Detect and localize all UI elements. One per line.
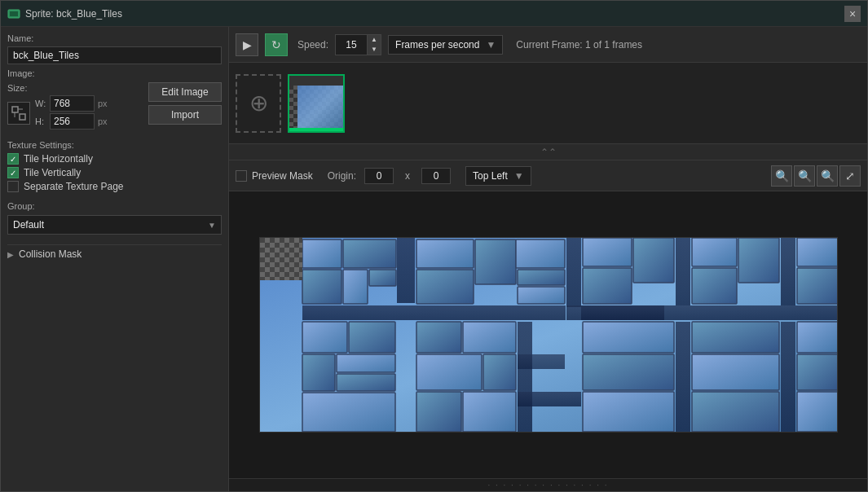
origin-label: Origin: [328,170,356,182]
origin-x-input[interactable] [364,168,394,184]
svg-rect-3 [20,114,25,120]
svg-rect-43 [797,238,838,266]
size-row: Size: [7,82,222,130]
height-unit: px [98,116,108,126]
speed-input-wrap: ▲ ▼ [335,34,381,55]
image-canvas [259,237,838,433]
svg-rect-41 [692,268,737,304]
preview-mask-wrap: Preview Mask [236,170,313,182]
play-icon: ▶ [243,38,252,51]
name-field-row: Name: [7,33,222,64]
zoom-in-button[interactable]: 🔍 [817,165,838,187]
svg-rect-36 [633,238,674,283]
zoom-out-button[interactable]: 🔍 [771,165,792,187]
fps-label: Frames per second [395,39,479,51]
svg-rect-11 [369,270,396,286]
svg-rect-16 [302,354,335,391]
tile-h-row[interactable]: Tile Horizontally [7,153,222,165]
svg-rect-56 [797,392,838,432]
collision-mask-row[interactable]: ▶ Collision Mask [7,244,222,263]
width-input[interactable] [50,95,95,112]
sep-texture-row[interactable]: Separate Texture Page [7,181,222,192]
svg-rect-48 [692,322,779,353]
speed-input[interactable] [335,34,368,55]
svg-rect-24 [518,270,565,285]
preview-toolbar: Preview Mask Origin: x Top Left ▼ 🔍 🔍 [229,160,867,191]
current-frame-label: Current Frame: 1 of 1 frames [516,39,642,51]
svg-rect-57 [518,322,532,432]
svg-rect-8 [343,239,396,268]
import-button[interactable]: Import [148,105,222,125]
origin-separator: x [405,170,410,182]
size-fields: W: px H: px [35,95,108,130]
svg-rect-21 [475,239,516,284]
add-icon: ⊕ [249,90,268,116]
svg-rect-47 [676,322,690,432]
zoom-in-icon: 🔍 [821,169,835,182]
transparency-checker [260,238,302,280]
fps-dropdown[interactable]: Frames per second ▼ [388,35,503,55]
frame-thumbnail[interactable] [288,74,345,133]
play-button[interactable]: ▶ [236,33,258,56]
svg-rect-2 [12,107,18,112]
svg-rect-53 [797,354,838,390]
svg-rect-19 [302,393,395,432]
add-frame-button[interactable]: ⊕ [236,74,281,133]
statusbar-dots: · · · · · · · · · · · · · · · · [487,481,608,490]
svg-rect-18 [337,374,395,391]
svg-rect-10 [343,270,368,304]
group-dropdown[interactable]: Default ▼ [7,215,222,235]
svg-rect-29 [416,322,461,353]
image-label: Image: [7,68,35,78]
window-title: Sprite: bck_Blue_Tiles [25,8,844,20]
group-value: Default [13,219,44,231]
svg-rect-22 [416,270,474,304]
loop-button[interactable]: ↻ [265,33,288,56]
anchor-label: Top Left [473,170,508,182]
origin-y-input[interactable] [421,168,451,184]
right-panel: ▶ ↻ Speed: ▲ ▼ Frames per second ▼ [229,27,867,491]
preview-mask-checkbox[interactable] [236,170,247,182]
edit-image-button[interactable]: Edit Image [148,82,222,102]
zoom-fit-button[interactable]: ⤢ [839,165,861,187]
image-section: Image: Size: [7,68,222,130]
tile-v-row[interactable]: Tile Vertically [7,167,222,178]
svg-rect-58 [518,354,565,369]
sep-texture-checkbox[interactable] [7,181,19,192]
image-preview-area[interactable] [229,191,867,478]
tile-v-checkbox[interactable] [7,167,19,178]
content-area: Name: Image: Size: [1,27,867,491]
name-input[interactable] [7,46,222,64]
collapse-bar[interactable]: ⌃⌃ [229,144,867,160]
svg-rect-35 [583,238,632,266]
zoom-reset-icon: 🔍 [798,169,812,182]
texture-settings-label: Texture Settings: [7,140,74,150]
group-section: Group: Default ▼ [7,200,222,235]
close-button[interactable]: × [844,6,861,22]
height-row: H: px [35,113,108,130]
group-label: Group: [7,201,35,211]
svg-rect-37 [583,268,632,304]
statusbar: · · · · · · · · · · · · · · · · [229,478,867,491]
window-icon [7,7,20,20]
speed-spinners: ▲ ▼ [368,34,381,55]
svg-rect-14 [302,322,347,353]
svg-rect-25 [518,287,565,304]
zoom-reset-button[interactable]: 🔍 [794,165,815,187]
svg-rect-12 [397,238,415,303]
svg-rect-32 [483,354,516,390]
anchor-dropdown[interactable]: Top Left ▼ [465,166,531,186]
chevron-right-icon: ▶ [7,250,14,259]
fps-arrow-icon: ▼ [486,39,496,51]
tile-h-checkbox[interactable] [7,153,19,165]
width-unit: px [98,99,108,108]
zoom-controls: 🔍 🔍 🔍 ⤢ [771,165,861,187]
svg-rect-46 [583,322,674,353]
zoom-fit-icon: ⤢ [845,169,855,182]
svg-rect-26 [566,238,581,307]
speed-up-button[interactable]: ▲ [368,35,381,45]
speed-down-button[interactable]: ▼ [368,45,381,55]
height-input[interactable] [50,113,95,130]
texture-settings-section: Texture Settings: Tile Horizontally Tile… [7,139,222,192]
svg-rect-38 [676,238,690,305]
